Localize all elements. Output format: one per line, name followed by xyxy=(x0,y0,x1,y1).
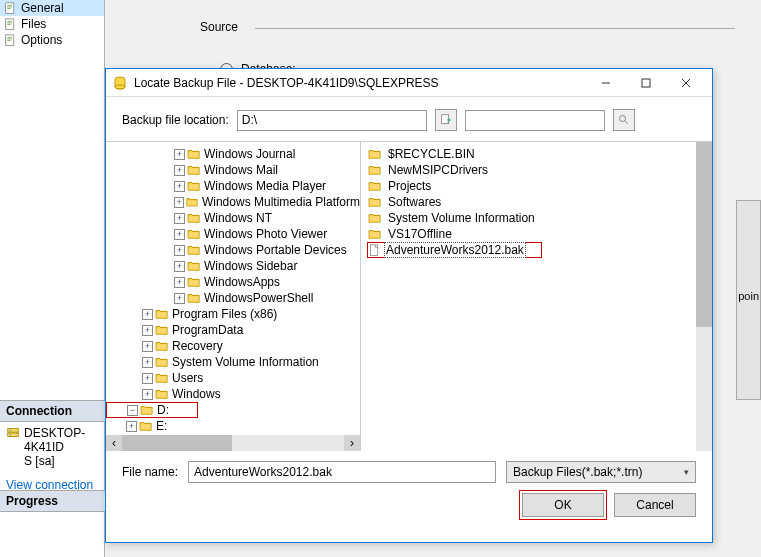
tree-item[interactable]: +Windows Mail xyxy=(106,162,360,178)
tree-item[interactable]: −D: xyxy=(106,402,198,418)
filter-input[interactable] xyxy=(465,110,605,131)
expand-icon[interactable]: + xyxy=(174,149,185,160)
close-button[interactable] xyxy=(666,70,706,96)
folder-item[interactable]: NewMSIPCDrivers xyxy=(367,162,706,178)
expand-icon[interactable]: + xyxy=(174,181,185,192)
tree-item[interactable]: +System Volume Information xyxy=(106,354,360,370)
folder-icon xyxy=(155,340,169,352)
expand-icon[interactable]: + xyxy=(142,357,153,368)
svg-point-11 xyxy=(619,116,625,122)
left-nav-panel: General Files Options Connection DESKTOP… xyxy=(0,0,105,557)
folder-icon xyxy=(187,260,201,272)
svg-rect-9 xyxy=(642,79,650,87)
dialog-title: Locate Backup File - DESKTOP-4K41ID9\SQL… xyxy=(134,76,586,90)
tree-label: Windows Photo Viewer xyxy=(204,227,327,241)
tree-item[interactable]: +Windows Multimedia Platform xyxy=(106,194,360,210)
ok-button[interactable]: OK xyxy=(522,493,604,517)
expand-icon[interactable]: + xyxy=(142,373,153,384)
expand-icon[interactable]: + xyxy=(142,389,153,400)
location-input[interactable] xyxy=(237,110,427,131)
nav-item-files[interactable]: Files xyxy=(0,16,104,32)
location-label: Backup file location: xyxy=(122,113,229,127)
tree-item[interactable]: +Windows NT xyxy=(106,210,360,226)
folder-icon xyxy=(187,212,201,224)
tree-label: Program Files (x86) xyxy=(172,307,277,321)
expand-icon[interactable]: + xyxy=(174,165,185,176)
folder-item[interactable]: System Volume Information xyxy=(367,210,706,226)
scroll-right-button[interactable]: › xyxy=(344,435,360,451)
tree-item[interactable]: +ProgramData xyxy=(106,322,360,338)
refresh-button[interactable] xyxy=(435,109,457,131)
scroll-thumb[interactable] xyxy=(696,142,712,327)
search-icon xyxy=(618,114,630,126)
tree-item[interactable]: +WindowsApps xyxy=(106,274,360,290)
expand-icon[interactable]: + xyxy=(174,293,185,304)
folder-icon xyxy=(187,148,201,160)
file-list[interactable]: $RECYCLE.BINNewMSIPCDriversProjectsSoftw… xyxy=(361,142,712,451)
folder-icon xyxy=(187,180,201,192)
tree-label: E: xyxy=(156,419,167,433)
nav-item-options[interactable]: Options xyxy=(0,32,104,48)
cancel-button[interactable]: Cancel xyxy=(614,493,696,517)
expand-icon[interactable]: + xyxy=(174,245,185,256)
expand-icon[interactable]: + xyxy=(174,229,185,240)
folder-icon xyxy=(368,148,382,160)
tree-label: Windows xyxy=(172,387,221,401)
tree-label: Windows Mail xyxy=(204,163,278,177)
tree-label: Windows Sidebar xyxy=(204,259,297,273)
expand-icon[interactable]: + xyxy=(142,341,153,352)
folder-icon xyxy=(368,196,382,208)
scroll-thumb[interactable] xyxy=(122,435,232,451)
tree-label: ProgramData xyxy=(172,323,243,337)
file-item-selected[interactable]: AdventureWorks2012.bak xyxy=(367,242,542,258)
expand-icon[interactable]: + xyxy=(174,277,185,288)
folder-name: $RECYCLE.BIN xyxy=(388,147,475,161)
expand-icon[interactable]: + xyxy=(174,261,185,272)
folder-icon xyxy=(368,228,382,240)
tree-label: Windows Journal xyxy=(204,147,295,161)
scroll-left-button[interactable]: ‹ xyxy=(106,435,122,451)
tree-item[interactable]: +Recovery xyxy=(106,338,360,354)
tree-item[interactable]: +Windows xyxy=(106,386,360,402)
expand-icon[interactable]: + xyxy=(126,421,137,432)
folder-item[interactable]: Softwares xyxy=(367,194,706,210)
expand-icon[interactable]: + xyxy=(174,197,184,208)
connection-row: DESKTOP-4K41ID S [sa] xyxy=(0,422,105,472)
folder-icon xyxy=(140,404,154,416)
filename-input[interactable] xyxy=(188,461,496,483)
tree-label: WindowsPowerShell xyxy=(204,291,313,305)
folder-item[interactable]: Projects xyxy=(367,178,706,194)
folder-name: System Volume Information xyxy=(388,211,535,225)
tree-item[interactable]: +Windows Media Player xyxy=(106,178,360,194)
tree-item[interactable]: +Windows Journal xyxy=(106,146,360,162)
folder-icon xyxy=(155,388,169,400)
file-name: AdventureWorks2012.bak xyxy=(384,242,526,258)
search-button[interactable] xyxy=(613,109,635,131)
folder-tree[interactable]: +Windows Journal+Windows Mail+Windows Me… xyxy=(106,142,361,451)
folder-icon xyxy=(139,420,153,432)
tree-item[interactable]: +Users xyxy=(106,370,360,386)
expand-icon[interactable]: + xyxy=(174,213,185,224)
tree-item[interactable]: +Windows Photo Viewer xyxy=(106,226,360,242)
tree-item[interactable]: +E: xyxy=(106,418,360,434)
filetype-label: Backup Files(*.bak;*.trn) xyxy=(513,465,642,479)
expand-icon[interactable]: − xyxy=(127,405,138,416)
tree-item[interactable]: +Windows Portable Devices xyxy=(106,242,360,258)
tree-item[interactable]: +WindowsPowerShell xyxy=(106,290,360,306)
filetype-select[interactable]: Backup Files(*.bak;*.trn) ▾ xyxy=(506,461,696,483)
tree-hscrollbar[interactable]: ‹ › xyxy=(106,435,360,451)
file-vscrollbar[interactable] xyxy=(696,142,712,451)
nav-item-general[interactable]: General xyxy=(0,0,104,16)
maximize-button[interactable] xyxy=(626,70,666,96)
minimize-button[interactable] xyxy=(586,70,626,96)
tree-item[interactable]: +Program Files (x86) xyxy=(106,306,360,322)
locate-backup-dialog: Locate Backup File - DESKTOP-4K41ID9\SQL… xyxy=(105,68,713,543)
tree-item[interactable]: +Windows Sidebar xyxy=(106,258,360,274)
folder-item[interactable]: $RECYCLE.BIN xyxy=(367,146,706,162)
expand-icon[interactable]: + xyxy=(142,325,153,336)
tree-label: Users xyxy=(172,371,203,385)
titlebar[interactable]: Locate Backup File - DESKTOP-4K41ID9\SQL… xyxy=(106,69,712,97)
nav-label: Files xyxy=(21,17,46,31)
expand-icon[interactable]: + xyxy=(142,309,153,320)
folder-item[interactable]: VS17Offline xyxy=(367,226,706,242)
